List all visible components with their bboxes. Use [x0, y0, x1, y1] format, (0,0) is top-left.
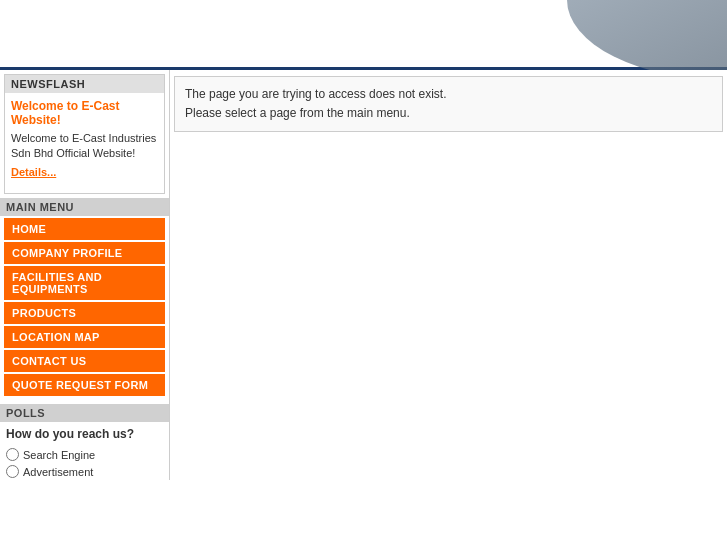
menu-item-facilities[interactable]: FACILITIES AND EQUIPMENTS: [4, 266, 165, 300]
error-line2: Please select a page from the main menu.: [185, 104, 712, 123]
header-decoration: [527, 0, 727, 70]
newsflash-content: Welcome to E-Cast Website! Welcome to E-…: [5, 93, 164, 193]
newsflash-details-link[interactable]: Details...: [11, 166, 158, 178]
svg-point-0: [567, 0, 727, 70]
error-line1: The page you are trying to access does n…: [185, 85, 712, 104]
newsflash-label: NEWSFLASH: [11, 78, 85, 90]
menu-item-products[interactable]: PRODUCTS: [4, 302, 165, 324]
newsflash-box: NEWSFLASH Welcome to E-Cast Website! Wel…: [4, 74, 165, 194]
poll-option-search[interactable]: Search Engine: [0, 446, 169, 463]
newsflash-header: NEWSFLASH: [5, 75, 164, 93]
main-content: The page you are trying to access does n…: [170, 70, 727, 480]
error-box: The page you are trying to access does n…: [174, 76, 723, 132]
menu-item-contact[interactable]: CONTACT US: [4, 350, 165, 372]
menu-items-list: HOME COMPANY PROFILE FACILITIES AND EQUI…: [0, 216, 169, 400]
menu-item-home[interactable]: HOME: [4, 218, 165, 240]
main-menu-section: MAIN MENU HOME COMPANY PROFILE FACILITIE…: [0, 198, 169, 400]
header: [0, 0, 727, 70]
poll-option-advertisement[interactable]: Advertisement: [0, 463, 169, 480]
polls-section: POLLS How do you reach us? Search Engine…: [0, 404, 169, 480]
polls-question: How do you reach us?: [0, 422, 169, 446]
poll-option-search-label: Search Engine: [23, 449, 95, 461]
newsflash-body: Welcome to E-Cast Industries Sdn Bhd Off…: [11, 131, 158, 162]
sidebar: NEWSFLASH Welcome to E-Cast Website! Wel…: [0, 70, 170, 480]
menu-item-company-profile[interactable]: COMPANY PROFILE: [4, 242, 165, 264]
menu-item-quote[interactable]: QUOTE REQUEST FORM: [4, 374, 165, 396]
main-menu-header: MAIN MENU: [0, 198, 169, 216]
page-layout: NEWSFLASH Welcome to E-Cast Website! Wel…: [0, 70, 727, 480]
poll-option-advertisement-label: Advertisement: [23, 466, 93, 478]
polls-header: POLLS: [0, 404, 169, 422]
menu-item-location[interactable]: LOCATION MAP: [4, 326, 165, 348]
newsflash-title: Welcome to E-Cast Website!: [11, 99, 158, 127]
poll-radio-search[interactable]: [6, 448, 19, 461]
poll-radio-advertisement[interactable]: [6, 465, 19, 478]
